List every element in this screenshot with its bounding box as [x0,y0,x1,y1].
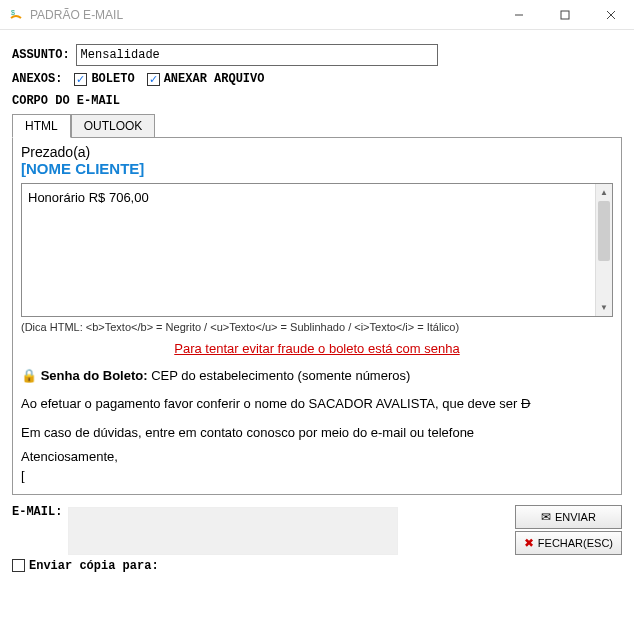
atenciosamente: Atenciosamente, [21,447,613,467]
copy-label: Enviar cópia para: [29,559,159,573]
attachments-row: ANEXOS: ✓ BOLETO ✓ ANEXAR ARQUIVO [12,72,622,86]
tab-panel-html: Prezado(a) [NOME CLIENTE] Honorário R$ 7… [12,137,622,495]
checkbox-boleto-label: BOLETO [91,72,134,86]
paragraph-1-text: Ao efetuar o pagamento favor conferir o … [21,396,521,411]
tab-outlook[interactable]: OUTLOOK [71,114,156,138]
body-label: CORPO DO E-MAIL [12,94,622,108]
editor-container: Honorário R$ 706,00 ▲ ▼ [21,183,613,317]
html-hint: (Dica HTML: <b>Texto</b> = Negrito / <u>… [21,321,613,333]
fraud-warning-link[interactable]: Para tentar evitar fraude o boleto está … [174,341,459,356]
button-column: ✉ ENVIAR ✖ FECHAR(ESC) [515,505,622,555]
bottom-section: E-MAIL: ✉ ENVIAR ✖ FECHAR(ESC) [12,505,622,555]
paragraph-1-struck: D [521,396,530,411]
tab-html[interactable]: HTML [12,114,71,138]
check-icon: ✓ [147,73,160,86]
body-section: CORPO DO E-MAIL HTML OUTLOOK Prezado(a) … [12,94,622,495]
titlebar: $ PADRÃO E-MAIL [0,0,634,30]
send-button-label: ENVIAR [555,511,596,523]
minimize-button[interactable] [496,0,542,30]
client-name-placeholder: [NOME CLIENTE] [21,160,613,177]
editor-scrollbar[interactable]: ▲ ▼ [595,184,612,316]
editor-text: Honorário R$ 706,00 [28,190,149,205]
tabs: HTML OUTLOOK [12,114,622,138]
scroll-track[interactable] [596,201,612,299]
subject-row: ASSUNTO: [12,44,622,66]
close-button[interactable]: ✖ FECHAR(ESC) [515,531,622,555]
fraud-warning: Para tentar evitar fraude o boleto está … [21,341,613,356]
app-icon: $ [8,7,24,23]
info-block: 🔒 Senha do Boleto: CEP do estabeleciment… [21,366,613,486]
checkbox-anexar[interactable]: ✓ ANEXAR ARQUIVO [147,72,265,86]
send-button[interactable]: ✉ ENVIAR [515,505,622,529]
subject-input[interactable] [76,44,438,66]
scroll-down-icon[interactable]: ▼ [596,299,612,316]
content-area: ASSUNTO: ANEXOS: ✓ BOLETO ✓ ANEXAR ARQUI… [0,30,634,581]
window-controls [496,0,634,30]
checkbox-boleto[interactable]: ✓ BOLETO [74,72,134,86]
scroll-thumb[interactable] [598,201,610,261]
email-input[interactable] [68,507,398,555]
email-label: E-MAIL: [12,505,62,519]
greeting: Prezado(a) [21,144,613,160]
checkbox-copy[interactable] [12,559,25,572]
email-column: E-MAIL: [12,505,507,555]
checkbox-anexar-label: ANEXAR ARQUIVO [164,72,265,86]
svg-text:$: $ [11,9,15,16]
scroll-up-icon[interactable]: ▲ [596,184,612,201]
password-line: 🔒 Senha do Boleto: CEP do estabeleciment… [21,366,613,386]
subject-label: ASSUNTO: [12,48,70,62]
editor-textarea[interactable]: Honorário R$ 706,00 [22,184,595,316]
svg-rect-2 [561,11,569,19]
bracket-line: [ [21,466,613,486]
envelope-icon: ✉ [541,510,551,524]
close-button-label: FECHAR(ESC) [538,537,613,549]
password-desc: CEP do estabelecimento (somente números) [151,368,410,383]
check-icon: ✓ [74,73,87,86]
paragraph-2: Em caso de dúvidas, entre em contato con… [21,423,613,443]
maximize-button[interactable] [542,0,588,30]
lock-icon: 🔒 [21,366,37,386]
attachments-label: ANEXOS: [12,72,62,86]
window-title: PADRÃO E-MAIL [30,8,496,22]
close-window-button[interactable] [588,0,634,30]
close-icon: ✖ [524,536,534,550]
copy-row: Enviar cópia para: [12,559,622,573]
password-label: Senha do Boleto: [41,368,148,383]
paragraph-1: Ao efetuar o pagamento favor conferir o … [21,394,613,414]
